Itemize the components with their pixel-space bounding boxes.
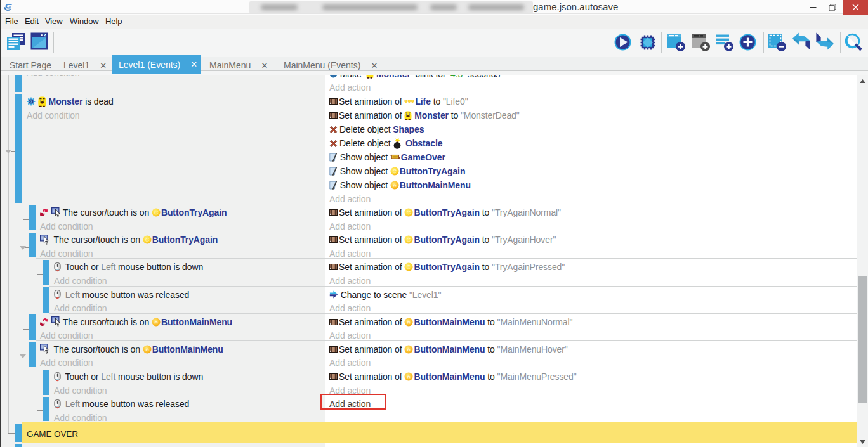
add-condition-button[interactable]: Add condition [40, 220, 93, 233]
debug-icon[interactable] [639, 34, 657, 51]
object-name: ButtonTryAgain [414, 235, 480, 245]
add-event-icon[interactable] [667, 33, 686, 52]
add-subevent-icon[interactable] [692, 33, 711, 52]
comment-row[interactable] [22, 422, 857, 443]
action-row[interactable]: Set animation of ButtonMainMenu to "Main… [329, 370, 577, 383]
scroll-up-icon[interactable] [857, 75, 868, 86]
search-icon[interactable] [845, 33, 864, 52]
animation-icon [329, 98, 339, 105]
condition-row[interactable]: The cursor/touch is on ButtonTryAgain [40, 233, 218, 246]
add-action-button[interactable]: Add action [329, 329, 371, 342]
action-row[interactable]: Show object ButtonMainMenu [329, 179, 471, 191]
add-other-event-icon[interactable] [739, 34, 756, 51]
add-action-button[interactable]: Add action [329, 193, 371, 205]
add-action-button[interactable]: Add action [329, 247, 371, 260]
delete-event-icon[interactable] [768, 33, 787, 52]
event-bar[interactable] [29, 233, 36, 258]
condition-row[interactable]: The cursor/touch is on ButtonTryAgain [40, 206, 227, 219]
event-actions-area [325, 443, 857, 447]
undo-icon[interactable] [792, 32, 810, 50]
add-condition-button[interactable]: Add condition [54, 384, 107, 397]
add-action-button[interactable]: Add action [329, 356, 371, 369]
maximize-restore-button[interactable] [823, 0, 842, 15]
vertical-scrollbar[interactable] [857, 75, 868, 447]
animation-icon [329, 264, 339, 270]
redo-icon[interactable] [816, 32, 834, 50]
action-row[interactable]: Show object GameOver [329, 151, 445, 164]
add-condition-button[interactable]: Add condition [54, 302, 107, 314]
event-bar[interactable] [29, 314, 36, 340]
event-bar[interactable] [29, 342, 36, 367]
project-manager-icon[interactable] [6, 32, 25, 51]
play-icon[interactable] [614, 34, 631, 51]
close-button[interactable] [843, 0, 868, 15]
scene-editor-icon[interactable] [30, 32, 48, 50]
tab-level1-events[interactable]: Level1 (Events) ✕ [112, 55, 201, 74]
add-condition-button[interactable]: Add condition [40, 247, 93, 260]
text: mouse button is down [115, 372, 203, 382]
fold-arrow-icon[interactable] [20, 354, 26, 358]
text: Set animation of [339, 110, 404, 120]
add-action-button[interactable]: Add action [329, 302, 371, 314]
menu-edit[interactable]: Edit [25, 15, 39, 29]
tab-close-icon[interactable]: ✕ [100, 61, 107, 70]
action-row[interactable]: Set animation of ButtonMainMenu to "Main… [329, 316, 572, 328]
add-action-button-selected[interactable]: Add action [329, 398, 371, 410]
event-bar[interactable] [43, 397, 49, 421]
add-condition-button[interactable]: Add condition [54, 275, 107, 287]
condition-row[interactable]: Touch or Left mouse button is down [54, 261, 203, 273]
action-row[interactable]: Set animation of Monster to "MonsterDead… [329, 109, 520, 122]
condition-row[interactable]: The cursor/touch is on ButtonMainMenu [40, 316, 232, 328]
minimize-button[interactable] [803, 0, 822, 15]
event-bar[interactable] [29, 205, 36, 231]
event-bar[interactable] [43, 260, 49, 285]
text: Show object [338, 166, 390, 176]
tab-close-icon[interactable]: ✕ [190, 60, 197, 69]
action-row[interactable]: Make Monster blink for 4.5 seconds [329, 75, 500, 81]
action-row[interactable]: Set animation of ButtonMainMenu to "Main… [329, 343, 568, 356]
scroll-down-icon[interactable] [857, 436, 868, 447]
menu-view[interactable]: View [45, 15, 63, 29]
add-action-button[interactable]: Add action [329, 81, 371, 94]
tab-label: MainMenu [209, 60, 251, 70]
condition-row[interactable]: Left mouse button was released [54, 288, 189, 301]
tree-connector [37, 301, 44, 301]
add-condition-button[interactable]: Add condition [40, 329, 93, 342]
fold-arrow-icon[interactable] [20, 246, 26, 250]
action-row[interactable]: Change to scene "Level1" [329, 288, 441, 301]
event-bar[interactable] [15, 75, 22, 92]
add-condition-button[interactable]: Add condition [27, 75, 80, 79]
tab-start-page[interactable]: Start Page [10, 58, 51, 72]
condition-row[interactable]: Monster is dead [27, 95, 114, 108]
menu-help[interactable]: Help [105, 15, 122, 29]
condition-row[interactable]: Touch or Left mouse button is down [54, 370, 203, 383]
add-condition-button[interactable]: Add condition [40, 356, 93, 369]
action-row[interactable]: Delete object Obstacle [329, 137, 442, 150]
event-bar[interactable] [43, 370, 49, 395]
add-condition-button[interactable]: Add condition [27, 109, 80, 122]
condition-row[interactable]: Left mouse button was released [54, 398, 189, 410]
tab-close-icon[interactable]: ✕ [261, 61, 268, 70]
action-row[interactable]: Delete object Shapes [329, 123, 424, 136]
event-bar[interactable] [15, 444, 22, 447]
action-row[interactable]: Set animation of ButtonTryAgain to "TryA… [329, 261, 565, 273]
tab-close-icon[interactable]: ✕ [371, 61, 378, 70]
action-row[interactable]: Set animation of Life to "Life0" [329, 95, 468, 108]
action-row[interactable]: Set animation of ButtonTryAgain to "TryA… [329, 233, 556, 246]
tab-mainmenu-events[interactable]: MainMenu (Events) ✕ [284, 58, 378, 72]
menu-window[interactable]: Window [70, 15, 99, 29]
condition-row[interactable]: The cursor/touch is on ButtonMainMenu [40, 343, 223, 356]
tab-mainmenu[interactable]: MainMenu ✕ [209, 58, 268, 72]
menu-file[interactable]: File [5, 15, 18, 29]
add-action-button[interactable]: Add action [329, 220, 371, 233]
event-bar[interactable] [43, 287, 49, 313]
add-action-button[interactable]: Add action [329, 275, 371, 287]
event-bar[interactable] [15, 94, 22, 203]
text: Make [338, 75, 366, 79]
scroll-thumb[interactable] [858, 276, 867, 403]
action-row[interactable]: Set animation of ButtonTryAgain to "TryA… [329, 206, 561, 219]
fold-arrow-icon[interactable] [5, 150, 11, 153]
tab-level1[interactable]: Level1 ✕ [63, 58, 107, 72]
add-comment-icon[interactable] [715, 33, 734, 52]
action-row[interactable]: Show object ButtonTryAgain [329, 165, 465, 178]
